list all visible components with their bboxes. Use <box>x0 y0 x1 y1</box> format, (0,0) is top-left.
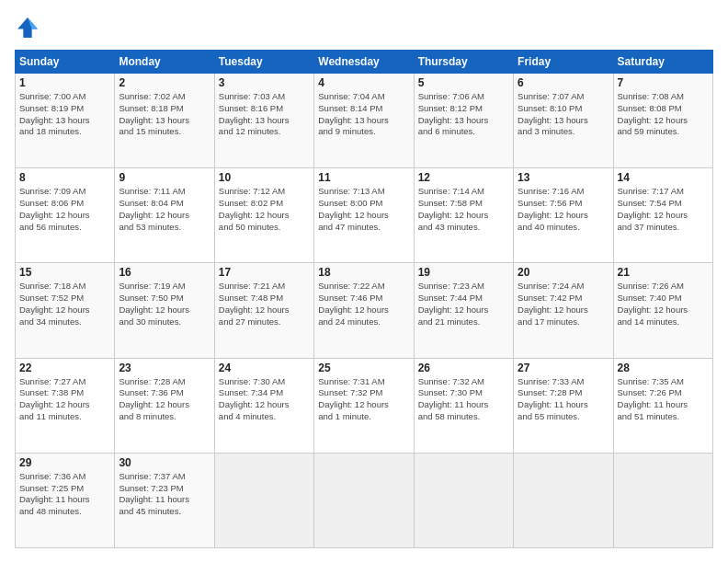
calendar-week-2: 8Sunrise: 7:09 AMSunset: 8:06 PMDaylight… <box>16 168 713 263</box>
calendar-cell: 1Sunrise: 7:00 AMSunset: 8:19 PMDaylight… <box>16 74 115 168</box>
day-detail: Sunrise: 7:06 AMSunset: 8:12 PMDaylight:… <box>418 91 509 138</box>
day-detail: Sunrise: 7:18 AMSunset: 7:52 PMDaylight:… <box>19 281 110 327</box>
day-detail: Sunrise: 7:00 AMSunset: 8:19 PMDaylight:… <box>19 91 110 138</box>
day-detail: Sunrise: 7:03 AMSunset: 8:16 PMDaylight:… <box>219 91 310 138</box>
day-detail: Sunrise: 7:07 AMSunset: 8:10 PMDaylight:… <box>518 91 609 138</box>
day-detail: Sunrise: 7:26 AMSunset: 7:40 PMDaylight:… <box>618 281 709 327</box>
calendar-cell: 15Sunrise: 7:18 AMSunset: 7:52 PMDayligh… <box>16 263 115 358</box>
day-detail: Sunrise: 7:23 AMSunset: 7:44 PMDaylight:… <box>418 281 509 327</box>
day-number: 10 <box>219 171 310 184</box>
calendar-cell <box>414 453 513 547</box>
calendar-week-1: 1Sunrise: 7:00 AMSunset: 8:19 PMDaylight… <box>16 74 713 168</box>
day-number: 23 <box>119 362 210 374</box>
day-number: 19 <box>418 266 509 279</box>
calendar-cell: 20Sunrise: 7:24 AMSunset: 7:42 PMDayligh… <box>514 263 613 358</box>
col-monday: Monday <box>115 51 214 74</box>
day-number: 21 <box>618 266 709 279</box>
col-sunday: Sunday <box>16 51 115 74</box>
day-detail: Sunrise: 7:16 AMSunset: 7:56 PMDaylight:… <box>518 186 609 233</box>
logo-icon <box>15 15 40 40</box>
calendar-cell: 16Sunrise: 7:19 AMSunset: 7:50 PMDayligh… <box>115 263 214 358</box>
calendar-cell <box>214 453 313 547</box>
calendar-cell: 28Sunrise: 7:35 AMSunset: 7:26 PMDayligh… <box>613 358 712 453</box>
day-number: 22 <box>19 362 110 374</box>
col-saturday: Saturday <box>613 51 712 74</box>
day-number: 5 <box>418 76 509 89</box>
calendar-cell: 7Sunrise: 7:08 AMSunset: 8:08 PMDaylight… <box>613 74 712 168</box>
calendar-cell: 4Sunrise: 7:04 AMSunset: 8:14 PMDaylight… <box>314 74 414 168</box>
day-number: 11 <box>318 171 409 184</box>
day-number: 29 <box>19 456 110 469</box>
day-number: 20 <box>518 266 609 279</box>
calendar-cell: 26Sunrise: 7:32 AMSunset: 7:30 PMDayligh… <box>414 358 513 453</box>
calendar-cell: 27Sunrise: 7:33 AMSunset: 7:28 PMDayligh… <box>514 358 613 453</box>
day-detail: Sunrise: 7:11 AMSunset: 8:04 PMDaylight:… <box>119 186 210 233</box>
calendar-cell: 19Sunrise: 7:23 AMSunset: 7:44 PMDayligh… <box>414 263 513 358</box>
calendar-cell: 9Sunrise: 7:11 AMSunset: 8:04 PMDaylight… <box>115 168 214 263</box>
day-detail: Sunrise: 7:35 AMSunset: 7:26 PMDaylight:… <box>618 376 709 423</box>
day-number: 14 <box>618 171 709 184</box>
day-detail: Sunrise: 7:32 AMSunset: 7:30 PMDaylight:… <box>418 376 509 423</box>
day-number: 9 <box>119 171 210 184</box>
calendar-cell: 17Sunrise: 7:21 AMSunset: 7:48 PMDayligh… <box>214 263 313 358</box>
day-number: 27 <box>518 362 609 374</box>
day-number: 16 <box>119 266 210 279</box>
col-wednesday: Wednesday <box>314 51 414 74</box>
calendar-cell: 12Sunrise: 7:14 AMSunset: 7:58 PMDayligh… <box>414 168 513 263</box>
day-number: 18 <box>318 266 409 279</box>
day-number: 3 <box>219 76 310 89</box>
day-detail: Sunrise: 7:12 AMSunset: 8:02 PMDaylight:… <box>219 186 310 233</box>
calendar-week-3: 15Sunrise: 7:18 AMSunset: 7:52 PMDayligh… <box>16 263 713 358</box>
calendar-cell: 24Sunrise: 7:30 AMSunset: 7:34 PMDayligh… <box>214 358 313 453</box>
calendar-cell: 3Sunrise: 7:03 AMSunset: 8:16 PMDaylight… <box>214 74 313 168</box>
calendar-cell: 30Sunrise: 7:37 AMSunset: 7:23 PMDayligh… <box>115 453 214 547</box>
day-detail: Sunrise: 7:22 AMSunset: 7:46 PMDaylight:… <box>318 281 409 327</box>
day-number: 1 <box>19 76 110 89</box>
calendar-cell: 21Sunrise: 7:26 AMSunset: 7:40 PMDayligh… <box>613 263 712 358</box>
day-number: 6 <box>518 76 609 89</box>
day-detail: Sunrise: 7:31 AMSunset: 7:32 PMDaylight:… <box>318 376 409 423</box>
calendar-cell: 6Sunrise: 7:07 AMSunset: 8:10 PMDaylight… <box>514 74 613 168</box>
day-detail: Sunrise: 7:37 AMSunset: 7:23 PMDaylight:… <box>119 471 210 518</box>
day-number: 4 <box>318 76 409 89</box>
calendar: Sunday Monday Tuesday Wednesday Thursday… <box>15 50 713 548</box>
day-detail: Sunrise: 7:33 AMSunset: 7:28 PMDaylight:… <box>518 376 609 423</box>
calendar-cell: 10Sunrise: 7:12 AMSunset: 8:02 PMDayligh… <box>214 168 313 263</box>
day-detail: Sunrise: 7:13 AMSunset: 8:00 PMDaylight:… <box>318 186 409 233</box>
day-detail: Sunrise: 7:27 AMSunset: 7:38 PMDaylight:… <box>19 376 110 423</box>
calendar-header-row: Sunday Monday Tuesday Wednesday Thursday… <box>16 51 713 74</box>
calendar-cell: 14Sunrise: 7:17 AMSunset: 7:54 PMDayligh… <box>613 168 712 263</box>
day-number: 2 <box>119 76 210 89</box>
day-number: 8 <box>19 171 110 184</box>
col-thursday: Thursday <box>414 51 513 74</box>
day-detail: Sunrise: 7:24 AMSunset: 7:42 PMDaylight:… <box>518 281 609 327</box>
calendar-cell: 13Sunrise: 7:16 AMSunset: 7:56 PMDayligh… <box>514 168 613 263</box>
day-detail: Sunrise: 7:19 AMSunset: 7:50 PMDaylight:… <box>119 281 210 327</box>
calendar-cell: 2Sunrise: 7:02 AMSunset: 8:18 PMDaylight… <box>115 74 214 168</box>
col-tuesday: Tuesday <box>214 51 313 74</box>
calendar-cell <box>314 453 414 547</box>
day-detail: Sunrise: 7:02 AMSunset: 8:18 PMDaylight:… <box>119 91 210 138</box>
day-number: 24 <box>219 362 310 374</box>
calendar-week-4: 22Sunrise: 7:27 AMSunset: 7:38 PMDayligh… <box>16 358 713 453</box>
calendar-cell: 18Sunrise: 7:22 AMSunset: 7:46 PMDayligh… <box>314 263 414 358</box>
page: Sunday Monday Tuesday Wednesday Thursday… <box>0 0 728 563</box>
day-detail: Sunrise: 7:08 AMSunset: 8:08 PMDaylight:… <box>618 91 709 138</box>
calendar-week-5: 29Sunrise: 7:36 AMSunset: 7:25 PMDayligh… <box>16 453 713 547</box>
logo <box>15 15 44 40</box>
calendar-cell: 8Sunrise: 7:09 AMSunset: 8:06 PMDaylight… <box>16 168 115 263</box>
day-detail: Sunrise: 7:28 AMSunset: 7:36 PMDaylight:… <box>119 376 210 423</box>
calendar-cell: 25Sunrise: 7:31 AMSunset: 7:32 PMDayligh… <box>314 358 414 453</box>
calendar-cell: 23Sunrise: 7:28 AMSunset: 7:36 PMDayligh… <box>115 358 214 453</box>
day-number: 30 <box>119 456 210 469</box>
day-detail: Sunrise: 7:04 AMSunset: 8:14 PMDaylight:… <box>318 91 409 138</box>
col-friday: Friday <box>514 51 613 74</box>
day-detail: Sunrise: 7:09 AMSunset: 8:06 PMDaylight:… <box>19 186 110 233</box>
day-number: 12 <box>418 171 509 184</box>
calendar-cell: 11Sunrise: 7:13 AMSunset: 8:00 PMDayligh… <box>314 168 414 263</box>
day-detail: Sunrise: 7:17 AMSunset: 7:54 PMDaylight:… <box>618 186 709 233</box>
calendar-cell: 22Sunrise: 7:27 AMSunset: 7:38 PMDayligh… <box>16 358 115 453</box>
calendar-cell: 29Sunrise: 7:36 AMSunset: 7:25 PMDayligh… <box>16 453 115 547</box>
day-number: 13 <box>518 171 609 184</box>
header <box>15 15 713 40</box>
